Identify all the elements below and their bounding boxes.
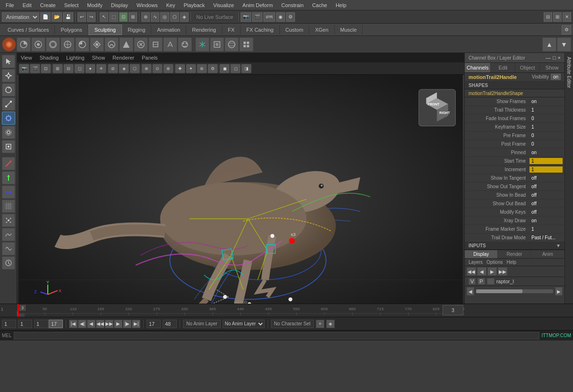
show-in-bead-value[interactable]: off xyxy=(530,192,563,198)
transform-btn[interactable] xyxy=(210,37,224,52)
transform-tool-btn[interactable] xyxy=(2,69,15,82)
channel-pre-frame[interactable]: Pre Frame 0 xyxy=(465,131,564,140)
channel-trail-thickness[interactable]: Trail Thickness 1 xyxy=(465,106,564,114)
next-key-btn[interactable]: |▶ xyxy=(123,320,131,328)
channelbox-content[interactable]: motionTrail2Handle Visibility on SHAPES … xyxy=(465,73,564,304)
poly-btn[interactable]: ⬡ xyxy=(170,12,179,22)
play-back-btn[interactable]: ◀◀ xyxy=(96,320,104,328)
snap-btn[interactable]: ⊞ xyxy=(129,12,137,22)
show-menu[interactable]: Show xyxy=(92,55,105,61)
menu-display[interactable]: Display xyxy=(107,1,132,9)
show-frames-value[interactable]: on xyxy=(530,98,563,105)
end-frame-field[interactable] xyxy=(147,320,161,328)
menu-constrain[interactable]: Constrain xyxy=(278,1,307,9)
layer-display-tab[interactable]: Display xyxy=(465,250,498,258)
anim-layer-select[interactable]: No Anim Layer xyxy=(223,320,265,328)
paint-select-btn[interactable]: ⊡ xyxy=(119,12,128,22)
trail-draw-mode-value[interactable]: Past / Fut... xyxy=(530,235,563,241)
channel-start-time[interactable]: Start Time 1 xyxy=(465,157,564,166)
menu-help[interactable]: Help xyxy=(332,1,350,9)
vp-res2-btn[interactable]: ◻ xyxy=(230,64,241,73)
tab-curves-surfaces[interactable]: Curves / Surfaces xyxy=(2,25,55,35)
open-btn[interactable]: 📂 xyxy=(52,12,62,22)
sculpt-tool-13[interactable] xyxy=(178,37,192,52)
sculpt-tool-11[interactable] xyxy=(148,37,163,52)
cb-tab-show[interactable]: Show xyxy=(540,63,564,72)
sculpt-tool-9[interactable] xyxy=(119,37,133,52)
tab-rendering[interactable]: Rendering xyxy=(186,25,222,35)
tab-settings-btn[interactable]: ⚙ xyxy=(562,25,571,35)
menu-file[interactable]: File xyxy=(2,1,18,9)
fade-inout-value[interactable]: 0 xyxy=(530,115,563,122)
range-end-field[interactable] xyxy=(49,320,63,328)
vp-isolate-btn[interactable]: ⊟ xyxy=(63,64,74,73)
close-btn[interactable]: ✕ xyxy=(563,12,571,22)
post-frame-value[interactable]: 0 xyxy=(530,141,563,147)
start-frame-field[interactable] xyxy=(2,320,16,328)
range-start-field[interactable] xyxy=(34,320,48,328)
channel-post-frame[interactable]: Post Frame 0 xyxy=(465,140,564,148)
menu-edit[interactable]: Edit xyxy=(19,1,35,9)
go-start-btn[interactable]: |◀ xyxy=(69,320,78,328)
menu-cache[interactable]: Cache xyxy=(308,1,331,9)
tab-animation[interactable]: Animation xyxy=(151,25,186,35)
select-btn[interactable]: ↖ xyxy=(100,12,108,22)
scale-tool-btn[interactable] xyxy=(2,97,15,111)
pre-frame-value[interactable]: 0 xyxy=(530,132,563,139)
channel-keyframe-size[interactable]: Keyframe Size 1 xyxy=(465,123,564,131)
start-time-value[interactable]: 1 xyxy=(530,158,563,164)
layer-arrow-2[interactable]: ◀ xyxy=(477,267,486,276)
grid-btn-2[interactable] xyxy=(239,37,253,52)
channel-show-in-bead[interactable]: Show In Bead off xyxy=(465,191,564,200)
tab-fx[interactable]: FX xyxy=(222,25,241,35)
viewport[interactable]: View Shading Lighting Show Renderer Pane… xyxy=(17,53,464,304)
vp-hud2-btn[interactable]: ⊗ xyxy=(163,64,174,73)
render2-btn[interactable]: ◉ xyxy=(276,12,285,22)
new-scene-btn[interactable]: 📄 xyxy=(40,12,51,22)
surface-snap-btn[interactable] xyxy=(2,228,15,241)
menu-select[interactable]: Select xyxy=(61,1,83,9)
menu-key[interactable]: Key xyxy=(162,1,179,9)
sculpt-tool-8[interactable] xyxy=(104,37,119,52)
sculpt-tool-7[interactable] xyxy=(90,37,104,52)
cb-tab-edit[interactable]: Edit xyxy=(491,63,515,72)
go-end-btn[interactable]: ▶| xyxy=(132,320,140,328)
show-in-tangent-value[interactable]: off xyxy=(530,175,563,181)
modify-keys-value[interactable]: off xyxy=(530,209,563,215)
universal-manip-btn[interactable] xyxy=(2,112,15,125)
sculpt-tool-5[interactable] xyxy=(61,37,75,52)
channel-show-out-tangent[interactable]: Show Out Tangent off xyxy=(465,183,564,191)
layer-arrow-4[interactable]: ▶▶ xyxy=(498,267,507,276)
tab-muscle[interactable]: Muscle xyxy=(335,25,363,35)
prev-frame-btn[interactable]: ◀ xyxy=(87,320,96,328)
layer-arrow-3[interactable]: ▶ xyxy=(487,267,497,276)
vp-grid-btn[interactable]: ⊕ xyxy=(141,64,152,73)
layers-menu-item[interactable]: Layers xyxy=(469,260,483,265)
inputs-expand-icon[interactable]: ▼ xyxy=(556,243,561,248)
layer-color-swatch[interactable] xyxy=(487,278,495,285)
cb-close-btn[interactable]: × xyxy=(558,55,561,61)
cb-expand-btn[interactable]: □ xyxy=(553,55,556,61)
current-frame-field[interactable] xyxy=(18,320,32,328)
magnet-btn[interactable]: ⊛ xyxy=(141,12,150,22)
increment-value[interactable]: 1 xyxy=(530,166,563,173)
history-btn[interactable] xyxy=(2,256,15,270)
tab-xgen[interactable]: XGen xyxy=(309,25,334,35)
view-menu[interactable]: View xyxy=(21,55,32,61)
curve-snap-btn[interactable] xyxy=(2,242,15,255)
mel-input[interactable] xyxy=(14,332,540,340)
vp-res3-btn[interactable]: ◨ xyxy=(241,64,252,73)
ipr-btn[interactable]: IPR xyxy=(263,12,275,22)
tab-polygons[interactable]: Polygons xyxy=(55,25,88,35)
select-tool-btn[interactable] xyxy=(2,55,15,68)
layer-visibility-btn[interactable]: V xyxy=(469,278,476,285)
vp-wireframe-btn[interactable]: ◻ xyxy=(74,64,85,73)
show-manipulator-btn[interactable] xyxy=(2,140,15,153)
trail-thickness-value[interactable]: 1 xyxy=(530,107,563,113)
layer-arrow-1[interactable]: ◀◀ xyxy=(467,267,476,276)
channel-show-in-tangent[interactable]: Show In Tangent off xyxy=(465,174,564,183)
vp-res-btn[interactable]: ◼ xyxy=(219,64,230,73)
char-set-btn-1[interactable]: + xyxy=(316,320,324,328)
vp-paint-btn[interactable]: ✦ xyxy=(186,64,196,73)
vp-render-btn[interactable]: 🎬 xyxy=(30,64,40,73)
